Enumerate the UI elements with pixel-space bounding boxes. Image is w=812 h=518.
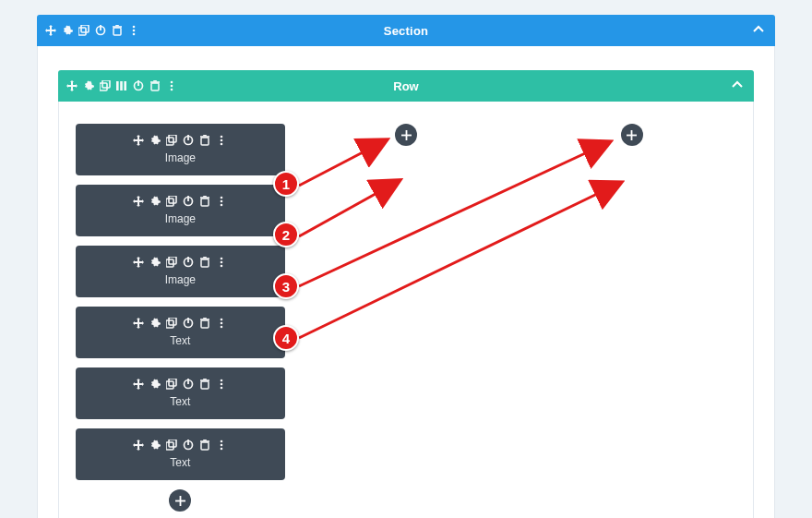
section-body: Row Image (37, 46, 775, 518)
row-collapse-toggle[interactable] (721, 79, 754, 93)
gear-icon[interactable] (147, 316, 163, 331)
move-icon[interactable] (130, 377, 147, 392)
gear-icon[interactable] (147, 438, 163, 452)
power-icon[interactable] (130, 76, 147, 96)
gear-icon[interactable] (147, 194, 163, 209)
gear-icon[interactable] (80, 76, 97, 96)
section-toolbar (37, 20, 142, 41)
module-text-3[interactable]: Text (76, 428, 285, 480)
row-body: Image Image (58, 102, 754, 518)
module-image-2[interactable]: Image (76, 185, 285, 236)
duplicate-icon[interactable] (163, 316, 180, 331)
section-collapse-toggle[interactable] (742, 24, 775, 38)
duplicate-icon[interactable] (163, 438, 180, 452)
duplicate-icon[interactable] (76, 20, 92, 41)
module-label: Text (85, 456, 276, 469)
trash-icon[interactable] (197, 255, 213, 270)
column-2 (302, 124, 511, 512)
move-icon[interactable] (130, 316, 147, 331)
more-icon[interactable] (213, 255, 230, 270)
move-icon[interactable] (130, 255, 147, 270)
move-icon[interactable] (130, 133, 147, 148)
gear-icon[interactable] (147, 255, 163, 270)
add-module-button-col1[interactable] (169, 489, 191, 512)
module-toolbar (85, 255, 276, 270)
row-toolbar (58, 76, 180, 96)
module-toolbar (85, 377, 276, 392)
trash-icon[interactable] (197, 377, 213, 392)
module-toolbar (85, 438, 276, 452)
move-icon[interactable] (42, 20, 59, 41)
add-module-button-col3[interactable] (621, 124, 643, 146)
more-icon[interactable] (213, 377, 230, 392)
power-icon[interactable] (180, 438, 197, 452)
move-icon[interactable] (130, 438, 147, 452)
power-icon[interactable] (180, 194, 197, 209)
module-label: Image (85, 151, 276, 164)
module-label: Text (85, 395, 276, 408)
move-icon[interactable] (130, 194, 147, 209)
duplicate-icon[interactable] (163, 255, 180, 270)
more-icon[interactable] (213, 194, 230, 209)
move-icon[interactable] (64, 76, 80, 96)
more-icon[interactable] (213, 438, 230, 452)
module-text-2[interactable]: Text (76, 367, 285, 419)
duplicate-icon[interactable] (163, 194, 180, 209)
module-label: Image (85, 212, 276, 225)
add-module-button-col2[interactable] (395, 124, 417, 146)
gear-icon[interactable] (147, 133, 163, 148)
power-icon[interactable] (180, 255, 197, 270)
module-image-3[interactable]: Image (76, 246, 285, 297)
power-icon[interactable] (180, 133, 197, 148)
module-text-1[interactable]: Text (76, 307, 285, 358)
more-icon[interactable] (213, 133, 230, 148)
power-icon[interactable] (180, 316, 197, 331)
more-icon[interactable] (213, 316, 230, 331)
trash-icon[interactable] (197, 194, 213, 209)
trash-icon[interactable] (109, 20, 125, 41)
module-label: Text (85, 334, 276, 347)
gear-icon[interactable] (147, 377, 163, 392)
column-3 (527, 124, 736, 512)
module-label: Image (85, 273, 276, 286)
module-toolbar (85, 133, 276, 148)
trash-icon[interactable] (147, 76, 163, 96)
section-container: Section Row (37, 15, 775, 518)
trash-icon[interactable] (197, 133, 213, 148)
column-1: Image Image (76, 124, 285, 512)
more-icon[interactable] (163, 76, 180, 96)
more-icon[interactable] (125, 20, 142, 41)
duplicate-icon[interactable] (163, 133, 180, 148)
module-image-1[interactable]: Image (76, 124, 285, 175)
section-title: Section (37, 24, 775, 38)
power-icon[interactable] (180, 377, 197, 392)
gear-icon[interactable] (59, 20, 76, 41)
columns-icon[interactable] (113, 76, 130, 96)
trash-icon[interactable] (197, 438, 213, 452)
duplicate-icon[interactable] (97, 76, 113, 96)
module-toolbar (85, 194, 276, 209)
section-header: Section (37, 15, 775, 46)
row-header: Row (58, 70, 754, 102)
trash-icon[interactable] (197, 316, 213, 331)
power-icon[interactable] (92, 20, 109, 41)
duplicate-icon[interactable] (163, 377, 180, 392)
row-columns: Image Image (76, 124, 736, 512)
module-toolbar (85, 316, 276, 331)
